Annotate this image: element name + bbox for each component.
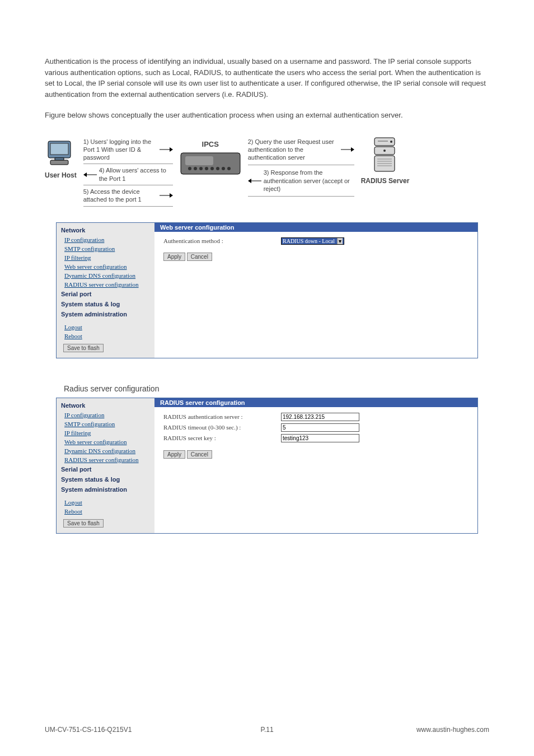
radius-section-title: Radius server configuration	[64, 384, 489, 393]
sidebar: Network IP configuration SMTP configurat…	[57, 398, 154, 533]
svg-point-16	[210, 167, 214, 170]
footer-center: P.11	[260, 726, 273, 734]
sidebar-admin-cat: System administration	[61, 484, 150, 494]
svg-point-15	[205, 167, 208, 170]
svg-point-12	[188, 167, 191, 170]
sidebar-network-cat: Network	[61, 225, 150, 235]
radius-server-icon	[371, 136, 399, 175]
step4-text: 4) Allow users' access to the Port 1	[99, 166, 173, 183]
sidebar-serial-cat: Serial port	[61, 289, 150, 299]
sidebar-radius[interactable]: RADIUS server configuration	[61, 280, 150, 289]
svg-point-19	[227, 167, 231, 170]
svg-marker-5	[170, 147, 173, 152]
cancel-button[interactable]: Cancel	[187, 253, 212, 261]
sidebar-admin-cat: System administration	[61, 309, 150, 319]
radius-secret-label: RADIUS secret key :	[163, 435, 281, 441]
svg-marker-6	[83, 172, 87, 177]
sidebar-serial-cat: Serial port	[61, 464, 150, 474]
step1-text: 1) Users' logging into the Port 1 With u…	[83, 138, 160, 162]
auth-flow-diagram: User Host 1) Users' logging into the Por…	[45, 134, 489, 207]
svg-marker-9	[170, 193, 173, 198]
radius-timeout-label: RADIUS timeout (0-300 sec.) :	[163, 424, 281, 431]
cancel-button[interactable]: Cancel	[187, 450, 212, 459]
sidebar-ddns[interactable]: Dynamic DNS configuration	[61, 271, 150, 280]
radius-config-panel: Network IP configuration SMTP configurat…	[56, 398, 478, 534]
sidebar-ip-config[interactable]: IP configuration	[61, 235, 150, 244]
apply-button[interactable]: Apply	[163, 450, 185, 459]
sidebar-status-cat: System status & log	[61, 299, 150, 309]
sidebar-ip-config[interactable]: IP configuration	[61, 410, 150, 419]
page-footer: UM-CV-751-CS-116-Q215V1 P.11 www.austin-…	[45, 726, 489, 734]
svg-rect-2	[55, 158, 64, 160]
user-host-label: User Host	[45, 171, 77, 179]
sidebar-web-server[interactable]: Web server configuration	[61, 262, 150, 271]
panel2-header: RADIUS server configuration	[154, 398, 477, 407]
auth-method-dropdown[interactable]: RADIUS down - Local ▾	[281, 237, 344, 245]
radius-server-label: RADIUS Server	[361, 177, 410, 185]
sidebar-web-server[interactable]: Web server configuration	[61, 437, 150, 446]
sidebar-logout[interactable]: Logout	[61, 498, 150, 507]
svg-rect-3	[50, 160, 68, 165]
step5-text: 5) Access the device attached to the por…	[83, 188, 160, 204]
sidebar-logout[interactable]: Logout	[61, 323, 150, 332]
step3-text: 3) Response from the authentication serv…	[264, 169, 354, 193]
caption-paragraph: Figure below shows conceptually the user…	[45, 110, 489, 121]
save-to-flash-button[interactable]: Save to flash	[63, 519, 104, 528]
intro-paragraph: Authentication is the process of identif…	[45, 56, 489, 100]
radius-server-input[interactable]	[281, 413, 359, 421]
sidebar-smtp-config[interactable]: SMTP configuration	[61, 419, 150, 428]
svg-marker-21	[351, 147, 354, 152]
svg-point-14	[199, 167, 203, 170]
svg-point-26	[390, 141, 392, 143]
ipcs-device-icon	[180, 152, 241, 179]
apply-button[interactable]: Apply	[163, 253, 185, 261]
auth-method-label: Authentication method :	[163, 237, 281, 244]
svg-rect-11	[185, 156, 213, 165]
sidebar-reboot[interactable]: Reboot	[61, 332, 150, 340]
ipcs-label: IPCS	[202, 140, 219, 148]
step2-text: 2) Query the user Request user authentic…	[248, 138, 341, 162]
web-server-config-panel: Network IP configuration SMTP configurat…	[56, 222, 478, 358]
svg-point-17	[216, 167, 219, 170]
sidebar: Network IP configuration SMTP configurat…	[57, 223, 154, 358]
sidebar-status-cat: System status & log	[61, 474, 150, 484]
monitor-icon	[45, 138, 76, 169]
sidebar-network-cat: Network	[61, 400, 150, 410]
sidebar-ip-filter[interactable]: IP filtering	[61, 253, 150, 262]
footer-right: www.austin-hughes.com	[416, 726, 489, 734]
svg-rect-1	[50, 143, 68, 155]
sidebar-ip-filter[interactable]: IP filtering	[61, 428, 150, 437]
auth-method-value: RADIUS down - Local	[283, 238, 335, 244]
radius-timeout-input[interactable]	[281, 423, 359, 432]
svg-marker-22	[248, 179, 251, 183]
footer-left: UM-CV-751-CS-116-Q215V1	[45, 726, 132, 734]
sidebar-ddns[interactable]: Dynamic DNS configuration	[61, 446, 150, 455]
sidebar-smtp-config[interactable]: SMTP configuration	[61, 244, 150, 253]
chevron-down-icon: ▾	[337, 238, 343, 244]
sidebar-radius[interactable]: RADIUS server configuration	[61, 455, 150, 464]
radius-secret-input[interactable]	[281, 434, 359, 442]
panel1-header: Web server configuration	[154, 223, 477, 232]
svg-point-18	[222, 167, 225, 170]
save-to-flash-button[interactable]: Save to flash	[63, 344, 104, 352]
svg-point-13	[194, 167, 197, 170]
sidebar-reboot[interactable]: Reboot	[61, 507, 150, 516]
svg-point-28	[383, 150, 386, 152]
radius-server-label: RADIUS authentication server :	[163, 413, 281, 420]
